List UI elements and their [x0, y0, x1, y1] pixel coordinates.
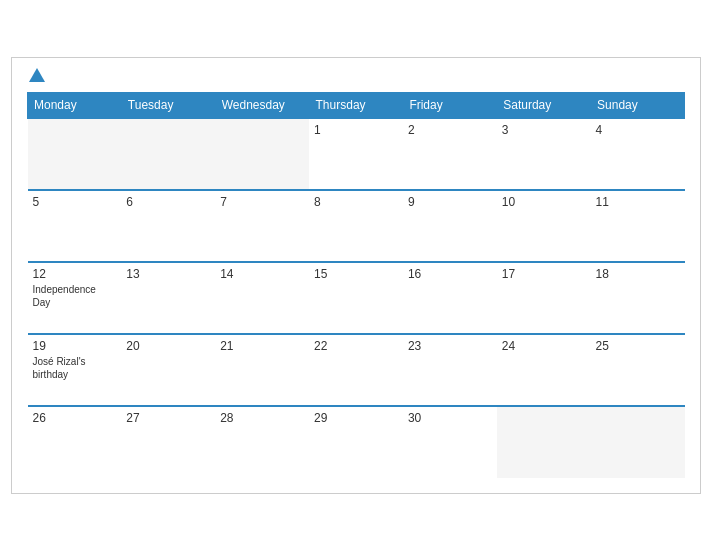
calendar-cell: 13 [121, 262, 215, 334]
calendar-cell [591, 406, 685, 478]
day-number: 9 [408, 195, 492, 209]
day-number: 10 [502, 195, 586, 209]
calendar-cell: 30 [403, 406, 497, 478]
calendar-cell: 4 [591, 118, 685, 190]
calendar-cell: 28 [215, 406, 309, 478]
calendar-cell: 20 [121, 334, 215, 406]
calendar-cell [215, 118, 309, 190]
day-number: 21 [220, 339, 304, 353]
weekday-wednesday: Wednesday [215, 92, 309, 118]
day-number: 16 [408, 267, 492, 281]
logo-block [27, 68, 45, 84]
calendar-cell: 26 [28, 406, 122, 478]
day-number: 12 [33, 267, 117, 281]
day-number: 6 [126, 195, 210, 209]
calendar-week-3: 12Independence Day131415161718 [28, 262, 685, 334]
weekday-sunday: Sunday [591, 92, 685, 118]
calendar-cell: 15 [309, 262, 403, 334]
day-number: 22 [314, 339, 398, 353]
day-number: 1 [314, 123, 398, 137]
day-number: 2 [408, 123, 492, 137]
day-number: 3 [502, 123, 586, 137]
calendar-cell: 14 [215, 262, 309, 334]
calendar-week-4: 19José Rizal's birthday202122232425 [28, 334, 685, 406]
weekday-saturday: Saturday [497, 92, 591, 118]
calendar-cell: 29 [309, 406, 403, 478]
day-number: 5 [33, 195, 117, 209]
calendar-container: MondayTuesdayWednesdayThursdayFridaySatu… [11, 57, 701, 494]
calendar-cell: 17 [497, 262, 591, 334]
day-number: 24 [502, 339, 586, 353]
weekday-friday: Friday [403, 92, 497, 118]
day-number: 19 [33, 339, 117, 353]
logo-top-row [27, 68, 45, 84]
calendar-table: MondayTuesdayWednesdayThursdayFridaySatu… [27, 92, 685, 478]
calendar-cell [28, 118, 122, 190]
weekday-tuesday: Tuesday [121, 92, 215, 118]
day-number: 8 [314, 195, 398, 209]
day-number: 17 [502, 267, 586, 281]
day-number: 15 [314, 267, 398, 281]
calendar-cell: 6 [121, 190, 215, 262]
calendar-cell: 3 [497, 118, 591, 190]
calendar-cell: 23 [403, 334, 497, 406]
day-number: 18 [596, 267, 680, 281]
calendar-cell: 16 [403, 262, 497, 334]
day-number: 28 [220, 411, 304, 425]
calendar-cell: 27 [121, 406, 215, 478]
event-label: José Rizal's birthday [33, 356, 86, 380]
calendar-cell: 2 [403, 118, 497, 190]
calendar-cell: 8 [309, 190, 403, 262]
calendar-cell: 22 [309, 334, 403, 406]
day-number: 4 [596, 123, 680, 137]
calendar-week-5: 2627282930 [28, 406, 685, 478]
weekday-thursday: Thursday [309, 92, 403, 118]
day-number: 14 [220, 267, 304, 281]
calendar-cell [497, 406, 591, 478]
calendar-cell: 5 [28, 190, 122, 262]
calendar-cell: 18 [591, 262, 685, 334]
calendar-header [27, 68, 685, 84]
calendar-cell: 1 [309, 118, 403, 190]
weekday-monday: Monday [28, 92, 122, 118]
calendar-cell: 11 [591, 190, 685, 262]
day-number: 25 [596, 339, 680, 353]
day-number: 11 [596, 195, 680, 209]
day-number: 27 [126, 411, 210, 425]
logo [27, 68, 45, 84]
calendar-cell: 19José Rizal's birthday [28, 334, 122, 406]
day-number: 20 [126, 339, 210, 353]
calendar-cell: 25 [591, 334, 685, 406]
day-number: 23 [408, 339, 492, 353]
day-number: 7 [220, 195, 304, 209]
calendar-cell: 21 [215, 334, 309, 406]
day-number: 30 [408, 411, 492, 425]
day-number: 26 [33, 411, 117, 425]
weekday-header-row: MondayTuesdayWednesdayThursdayFridaySatu… [28, 92, 685, 118]
event-label: Independence Day [33, 284, 96, 308]
calendar-cell [121, 118, 215, 190]
calendar-cell: 10 [497, 190, 591, 262]
calendar-cell: 12Independence Day [28, 262, 122, 334]
calendar-week-2: 567891011 [28, 190, 685, 262]
day-number: 29 [314, 411, 398, 425]
logo-triangle-icon [29, 68, 45, 82]
calendar-cell: 9 [403, 190, 497, 262]
calendar-cell: 7 [215, 190, 309, 262]
calendar-week-1: 1234 [28, 118, 685, 190]
calendar-cell: 24 [497, 334, 591, 406]
day-number: 13 [126, 267, 210, 281]
